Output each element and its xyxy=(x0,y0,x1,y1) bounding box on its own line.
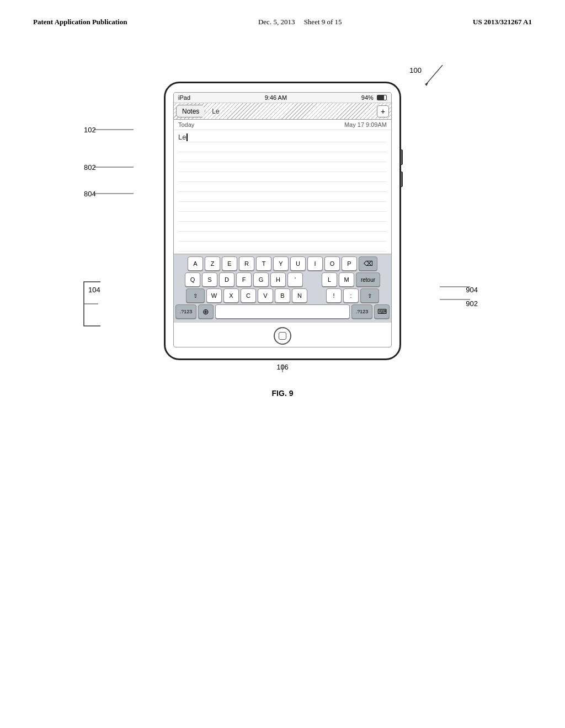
kb-row-3: ⇧ W X C V B N ! : ⇧ xyxy=(175,288,390,303)
key-s[interactable]: S xyxy=(202,272,217,287)
ref-904: 904 xyxy=(466,286,478,294)
note-line-6[interactable] xyxy=(178,182,387,192)
header-left: Patent Application Publication xyxy=(33,18,127,26)
key-a[interactable]: A xyxy=(188,256,203,271)
patent-header: Patent Application Publication Dec. 5, 2… xyxy=(0,0,565,26)
note-line-12[interactable] xyxy=(178,242,387,251)
status-time: 9:46 AM xyxy=(265,94,287,101)
key-blank1 xyxy=(305,272,320,287)
note-line-9[interactable] xyxy=(178,212,387,222)
key-numbers-left[interactable]: .?123 xyxy=(175,304,196,319)
key-m[interactable]: M xyxy=(339,272,354,287)
key-space[interactable] xyxy=(215,304,350,319)
note-line-5[interactable] xyxy=(178,172,387,182)
key-l[interactable]: L xyxy=(322,272,337,287)
ipad-screen: iPad 9:46 AM 94% Notes Le xyxy=(173,92,392,347)
header-right: US 2013/321267 A1 xyxy=(473,18,532,26)
key-numbers-right[interactable]: .?123 xyxy=(351,304,372,319)
kb-row-1: A Z E R T Y U I O P ⌫ xyxy=(175,256,390,271)
note-line-2[interactable] xyxy=(178,142,387,152)
key-b[interactable]: B xyxy=(275,288,290,303)
ref-102: 102 xyxy=(84,126,96,134)
key-blank2 xyxy=(309,288,324,303)
text-cursor xyxy=(186,133,188,141)
arrow-106 xyxy=(255,365,310,378)
notes-button[interactable]: Notes xyxy=(176,105,205,117)
key-v[interactable]: V xyxy=(258,288,273,303)
key-z[interactable]: Z xyxy=(205,256,220,271)
home-button-inner xyxy=(279,332,286,340)
ipad-wrapper: iPad 9:46 AM 94% Notes Le xyxy=(164,82,401,360)
key-c[interactable]: C xyxy=(241,288,256,303)
key-i[interactable]: I xyxy=(307,256,323,271)
bracket-104 xyxy=(73,279,145,329)
notes-toolbar: Notes Le + xyxy=(174,103,391,120)
status-left: iPad xyxy=(178,94,190,101)
key-shift-right[interactable]: ⇧ xyxy=(360,288,379,303)
key-w[interactable]: W xyxy=(206,288,222,303)
note-line-10[interactable] xyxy=(178,222,387,232)
key-x[interactable]: X xyxy=(223,288,239,303)
status-battery: 94% xyxy=(361,94,387,101)
svg-marker-1 xyxy=(425,83,428,86)
note-line-7[interactable] xyxy=(178,192,387,202)
figure-label: FIG. 9 xyxy=(73,389,492,398)
main-content: 100 102 802 804 104 904 902 xyxy=(0,49,565,398)
key-globe[interactable]: ⊕ xyxy=(198,304,214,319)
note-date-today: Today xyxy=(178,121,194,128)
ref-104: 104 xyxy=(88,286,100,294)
key-h[interactable]: H xyxy=(270,272,286,287)
kb-row-2: Q S D F G H ' L M retour xyxy=(175,272,390,287)
ref-902: 902 xyxy=(466,299,478,308)
key-e[interactable]: E xyxy=(222,256,237,271)
header-date: Dec. 5, 2013 xyxy=(258,18,295,26)
key-g[interactable]: G xyxy=(253,272,269,287)
keyboard-area: A Z E R T Y U I O P ⌫ xyxy=(174,254,391,323)
note-content[interactable]: Le xyxy=(174,130,391,254)
key-keyboard[interactable]: ⌨ xyxy=(374,304,390,319)
key-u[interactable]: U xyxy=(290,256,306,271)
arrow-100 xyxy=(393,60,459,87)
note-date-timestamp: May 17 9:09AM xyxy=(344,121,387,128)
note-line-11[interactable] xyxy=(178,232,387,242)
home-button-area xyxy=(174,323,391,347)
add-note-button[interactable]: + xyxy=(377,105,389,117)
key-colon[interactable]: : xyxy=(343,288,359,303)
ref-802: 802 xyxy=(84,163,96,172)
key-o[interactable]: O xyxy=(324,256,340,271)
key-exclaim[interactable]: ! xyxy=(326,288,342,303)
note-line-3[interactable] xyxy=(178,152,387,162)
figure-container: 100 102 802 804 104 904 902 xyxy=(73,82,492,398)
key-t[interactable]: T xyxy=(256,256,271,271)
home-button[interactable] xyxy=(274,327,291,345)
key-p[interactable]: P xyxy=(342,256,357,271)
key-retour[interactable]: retour xyxy=(356,272,380,287)
note-line-4[interactable] xyxy=(178,162,387,172)
ref-804: 804 xyxy=(84,190,96,198)
key-r[interactable]: R xyxy=(239,256,254,271)
side-button-top xyxy=(400,149,403,165)
le-text-area: Le xyxy=(207,103,375,119)
key-shift-left[interactable]: ⇧ xyxy=(186,288,205,303)
key-n[interactable]: N xyxy=(292,288,307,303)
key-apostrophe[interactable]: ' xyxy=(287,272,303,287)
annotation-lines-right xyxy=(420,269,492,313)
status-bar: iPad 9:46 AM 94% xyxy=(174,93,391,103)
key-f[interactable]: F xyxy=(236,272,252,287)
side-button-bottom xyxy=(400,172,403,187)
ipad-device: iPad 9:46 AM 94% Notes Le xyxy=(164,82,401,360)
note-line-1[interactable]: Le xyxy=(178,132,387,142)
battery-icon xyxy=(377,95,387,100)
key-delete[interactable]: ⌫ xyxy=(359,256,377,271)
note-line-8[interactable] xyxy=(178,202,387,212)
svg-line-0 xyxy=(426,65,443,84)
header-center: Dec. 5, 2013 Sheet 9 of 15 xyxy=(258,18,342,26)
note-date-header: Today May 17 9:09AM xyxy=(174,120,391,130)
header-sheet: Sheet 9 of 15 xyxy=(304,18,342,26)
key-y[interactable]: Y xyxy=(273,256,289,271)
key-q[interactable]: Q xyxy=(185,272,200,287)
kb-row-4: .?123 ⊕ .?123 ⌨ xyxy=(175,304,390,319)
key-d[interactable]: D xyxy=(219,272,234,287)
